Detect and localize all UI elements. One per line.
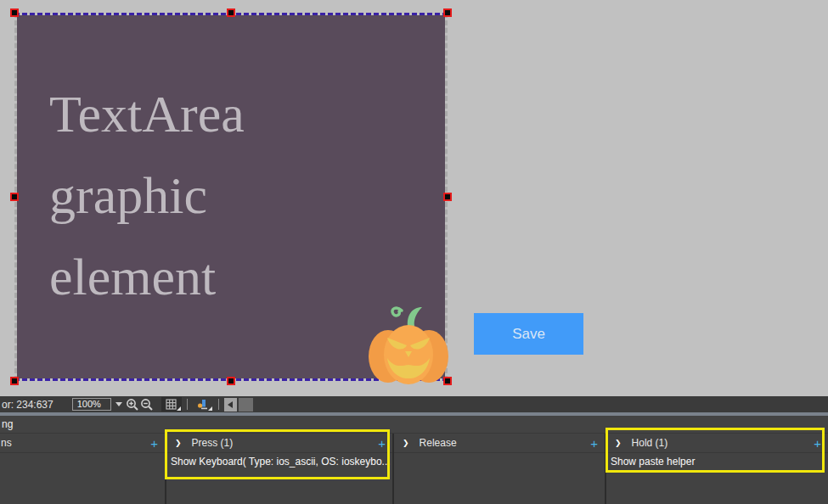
zoom-level-input[interactable]: 100%: [72, 398, 111, 411]
scroll-left-button[interactable]: [224, 398, 237, 412]
zoom-in-button[interactable]: [126, 397, 140, 412]
textarea-graphic-element[interactable]: TextArea graphic element: [14, 13, 448, 381]
flyout-corner-icon: [177, 406, 181, 411]
flyout-corner-icon: [208, 406, 212, 411]
column-label: ns: [1, 437, 12, 449]
pumpkin-icon: [364, 300, 451, 387]
design-canvas[interactable]: TextArea graphic element: [0, 0, 828, 396]
press-action-item[interactable]: Show Keyboard( Type: ios_ascii, OS: iosk…: [166, 453, 392, 470]
snap-guides-icon: [197, 399, 209, 410]
resize-handle-nw[interactable]: [10, 8, 19, 17]
interactions-panel: ng ns + ❯ Press (1) + Show Keyboard( Typ…: [0, 416, 828, 504]
status-bar: or: 234:637 100%: [0, 396, 828, 412]
chevron-right-icon[interactable]: ❯: [175, 440, 182, 447]
column-press: ❯ Press (1) + Show Keyboard( Type: ios_a…: [165, 434, 392, 504]
column-label: Release: [420, 437, 457, 449]
resize-handle-e[interactable]: [443, 193, 452, 201]
chevron-right-icon[interactable]: ❯: [615, 440, 622, 447]
add-hold-action-button[interactable]: +: [814, 437, 821, 450]
zoom-out-button[interactable]: [140, 397, 155, 412]
column-hold: ❯ Hold (1) + Show paste helper: [605, 434, 828, 504]
cursor-position-label: or: 234:637: [2, 399, 54, 411]
add-action-button[interactable]: +: [150, 437, 158, 450]
resize-handle-ne[interactable]: [443, 8, 452, 17]
zoom-out-icon: [140, 398, 154, 412]
column-release: ❯ Release +: [392, 434, 605, 504]
column-label: Press (1): [192, 437, 234, 449]
chevron-down-icon: [115, 402, 122, 406]
interaction-columns: ns + ❯ Press (1) + Show Keyboard( Type: …: [0, 434, 828, 504]
resize-handle-n[interactable]: [227, 8, 235, 17]
column-label: Hold (1): [632, 437, 668, 449]
toolbar-divider: [218, 399, 219, 410]
toolbar-divider: [187, 399, 188, 410]
snap-guides-button[interactable]: [193, 397, 213, 412]
grid-toggle-button[interactable]: [161, 397, 182, 412]
hold-action-item[interactable]: Show paste helper: [606, 453, 828, 470]
resize-handle-sw[interactable]: [10, 377, 19, 385]
panel-row-label: ng: [0, 416, 828, 434]
resize-handle-w[interactable]: [10, 193, 19, 201]
textarea-element-text: TextArea graphic element: [49, 73, 330, 317]
save-button[interactable]: Save: [474, 313, 583, 355]
app-window: TextArea graphic element: [0, 0, 828, 504]
resize-handle-se[interactable]: [443, 377, 452, 385]
chevron-right-icon[interactable]: ❯: [403, 440, 409, 447]
column-actions-header[interactable]: ns +: [0, 434, 165, 453]
resize-handle-s[interactable]: [227, 377, 235, 385]
zoom-in-icon: [126, 398, 139, 412]
column-release-header[interactable]: ❯ Release +: [394, 434, 605, 453]
grid-icon: [166, 399, 177, 410]
arrow-left-icon: [228, 401, 233, 408]
add-press-action-button[interactable]: +: [378, 437, 386, 450]
column-actions: ns +: [0, 434, 165, 504]
column-press-header[interactable]: ❯ Press (1) +: [166, 434, 392, 453]
add-release-action-button[interactable]: +: [590, 437, 598, 450]
zoom-dropdown-button[interactable]: [113, 397, 126, 412]
column-hold-header[interactable]: ❯ Hold (1) +: [606, 434, 828, 453]
scrollbar-thumb[interactable]: [239, 398, 253, 412]
